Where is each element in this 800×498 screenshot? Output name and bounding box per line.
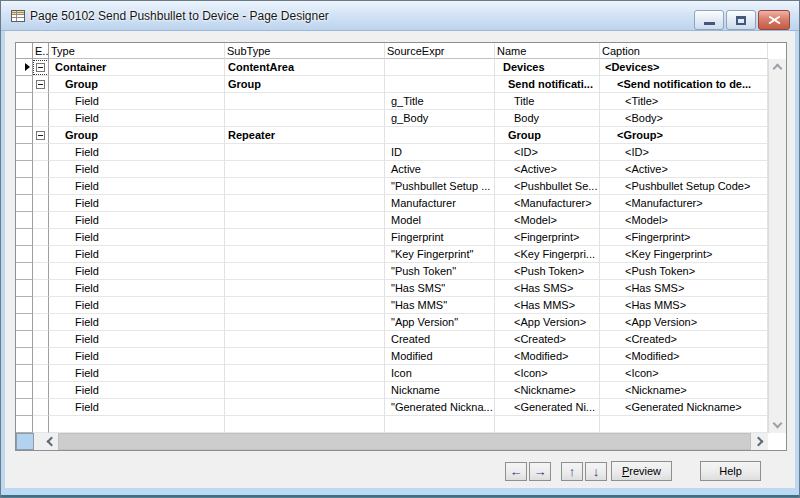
row-selector[interactable] [16, 348, 33, 365]
cell-type[interactable]: Field [49, 348, 225, 365]
cell-caption[interactable]: <Fingerprint> [600, 229, 768, 246]
cell-source[interactable]: g_Body [385, 110, 495, 127]
row-selector[interactable] [16, 382, 33, 399]
cell-source[interactable]: "Push Token" [385, 263, 495, 280]
cell-caption[interactable]: <Has MMS> [600, 297, 768, 314]
cell-source[interactable] [385, 76, 495, 93]
cell-caption[interactable]: <Modified> [600, 348, 768, 365]
row-selector[interactable] [16, 280, 33, 297]
scroll-down-icon[interactable] [773, 419, 783, 429]
cell-source[interactable]: Modified [385, 348, 495, 365]
horizontal-scrollbar[interactable] [16, 433, 768, 450]
column-header-type[interactable]: Type [49, 43, 225, 59]
cell-subtype[interactable] [225, 161, 385, 178]
cell-name[interactable]: <Key Fingerpri... [495, 246, 600, 263]
cell-source[interactable]: "Generated Nickna... [385, 399, 495, 416]
row-selector[interactable] [16, 212, 33, 229]
collapse-icon[interactable] [36, 63, 45, 72]
cell-subtype[interactable]: ContentArea [225, 59, 385, 76]
scroll-up-icon[interactable] [773, 64, 783, 74]
cell-caption[interactable]: <Pushbullet Setup Code> [600, 178, 768, 195]
row-selector[interactable] [16, 59, 33, 76]
cell-subtype[interactable] [225, 399, 385, 416]
cell-subtype[interactable] [225, 110, 385, 127]
cell-name[interactable]: <Has MMS> [495, 297, 600, 314]
cell-name[interactable]: <Fingerprint> [495, 229, 600, 246]
row-selector[interactable] [16, 297, 33, 314]
close-button[interactable] [758, 10, 790, 30]
cell-subtype[interactable] [225, 331, 385, 348]
cell-name[interactable] [495, 416, 600, 433]
cell-source[interactable]: Nickname [385, 382, 495, 399]
move-right-button[interactable]: → [529, 462, 551, 481]
titlebar[interactable]: Page 50102 Send Pushbullet to Device - P… [1, 1, 799, 31]
row-selector[interactable] [16, 93, 33, 110]
cell-subtype[interactable] [225, 178, 385, 195]
cell-source[interactable]: Created [385, 331, 495, 348]
cell-subtype[interactable] [225, 212, 385, 229]
cell-source[interactable] [385, 59, 495, 76]
cell-source[interactable] [385, 127, 495, 144]
cell-type[interactable]: Field [49, 229, 225, 246]
cell-name[interactable]: <App Version> [495, 314, 600, 331]
row-selector[interactable] [16, 178, 33, 195]
row-selector[interactable] [16, 246, 33, 263]
cell-caption[interactable]: <Generated Nickname> [600, 399, 768, 416]
row-selector[interactable] [16, 127, 33, 144]
cell-source[interactable]: "App Version" [385, 314, 495, 331]
cell-type[interactable]: Field [49, 212, 225, 229]
cell-caption[interactable]: <Group> [600, 127, 768, 144]
cell-type[interactable]: Field [49, 263, 225, 280]
cell-type[interactable]: Field [49, 93, 225, 110]
vertical-scrollbar[interactable] [768, 59, 786, 433]
cell-caption[interactable]: <Manufacturer> [600, 195, 768, 212]
row-selector[interactable] [16, 76, 33, 93]
maximize-button[interactable] [726, 10, 756, 30]
cell-name[interactable]: <Nickname> [495, 382, 600, 399]
cell-name[interactable]: Group [495, 127, 600, 144]
cell-source[interactable]: Active [385, 161, 495, 178]
collapse-icon[interactable] [36, 131, 45, 140]
cell-type[interactable]: Field [49, 178, 225, 195]
move-left-button[interactable]: ← [505, 462, 527, 481]
cell-caption[interactable]: <Model> [600, 212, 768, 229]
cell-subtype[interactable] [225, 93, 385, 110]
cell-caption[interactable]: <Icon> [600, 365, 768, 382]
cell-type[interactable]: Field [49, 297, 225, 314]
cell-subtype[interactable]: Group [225, 76, 385, 93]
expand-cell[interactable] [33, 59, 49, 76]
cell-name[interactable]: <Active> [495, 161, 600, 178]
cell-type[interactable]: Field [49, 399, 225, 416]
cell-subtype[interactable] [225, 229, 385, 246]
cell-caption[interactable]: <Nickname> [600, 382, 768, 399]
cell-type[interactable] [49, 416, 225, 433]
expand-cell[interactable] [33, 76, 49, 93]
cell-name[interactable]: <Created> [495, 331, 600, 348]
column-header-expand[interactable]: E.. [33, 43, 49, 59]
row-selector[interactable] [16, 144, 33, 161]
scroll-right-button[interactable] [752, 433, 767, 450]
column-header-name[interactable]: Name [495, 43, 600, 59]
cell-source[interactable]: g_Title [385, 93, 495, 110]
move-down-button[interactable]: ↓ [585, 462, 607, 481]
cell-name[interactable]: Send notificati... [495, 76, 600, 93]
cell-name[interactable]: <Icon> [495, 365, 600, 382]
cell-caption[interactable]: <Send notification to de... [600, 76, 768, 93]
cell-subtype[interactable] [225, 195, 385, 212]
cell-caption[interactable] [600, 416, 768, 433]
row-selector[interactable] [16, 331, 33, 348]
cell-source[interactable]: "Key Fingerprint" [385, 246, 495, 263]
cell-name[interactable]: Devices [495, 59, 600, 76]
cell-subtype[interactable] [225, 280, 385, 297]
cell-type[interactable]: Field [49, 331, 225, 348]
cell-subtype[interactable] [225, 382, 385, 399]
cell-type[interactable]: Container [49, 59, 225, 76]
move-up-button[interactable]: ↑ [561, 462, 583, 481]
cell-source[interactable] [385, 416, 495, 433]
cell-source[interactable]: Model [385, 212, 495, 229]
cell-name[interactable]: <Model> [495, 212, 600, 229]
cell-subtype[interactable] [225, 144, 385, 161]
cell-name[interactable]: <ID> [495, 144, 600, 161]
cell-type[interactable]: Field [49, 280, 225, 297]
cell-source[interactable]: "Has SMS" [385, 280, 495, 297]
